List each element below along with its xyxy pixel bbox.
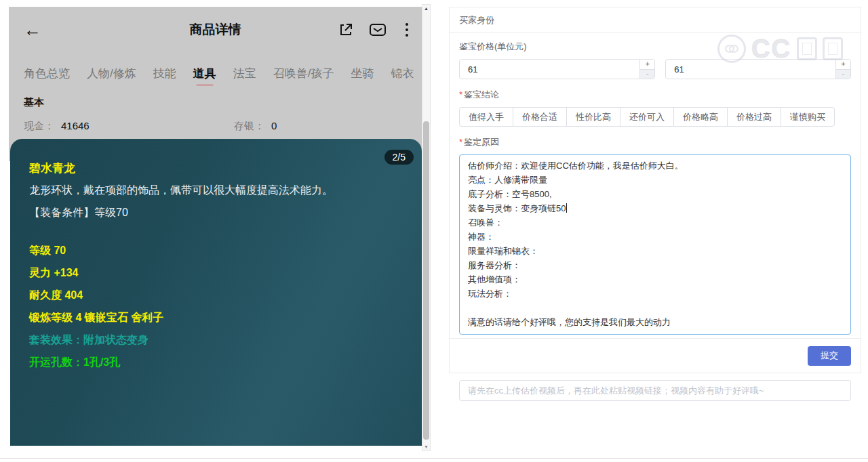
stat-luck-holes: 开运孔数：1孔/3孔 bbox=[29, 356, 395, 370]
scrollbar-up-icon[interactable]: ▲ bbox=[422, 6, 430, 11]
item-stats: 等级 70 灵力 +134 耐久度 404 锻炼等级 4 镶嵌宝石 舍利子 套装… bbox=[29, 244, 395, 370]
item-description: 龙形环状，戴在项部的饰品，佩带可以很大幅度提高法术能力。 bbox=[29, 184, 395, 198]
conclusion-good-value-button[interactable]: 性价比高 bbox=[566, 107, 620, 127]
price1-increase-button[interactable]: + bbox=[640, 60, 654, 70]
conclusion-slightly-high-button[interactable]: 价格略高 bbox=[673, 107, 728, 127]
conclusion-worth-buying-button[interactable]: 值得入手 bbox=[459, 107, 513, 127]
deposit-value: 0 bbox=[271, 120, 277, 133]
cash-value: 41646 bbox=[61, 120, 90, 133]
text-caret bbox=[566, 203, 567, 213]
reason-line bbox=[468, 301, 842, 315]
tab-treasure[interactable]: 法宝 bbox=[233, 66, 256, 81]
basic-section-title: 基本 bbox=[24, 96, 415, 109]
conclusion-button-group: 值得入手 价格合适 性价比高 还价可入 价格略高 价格过高 谨慎购买 bbox=[459, 107, 851, 127]
required-mark: * bbox=[459, 137, 462, 147]
product-detail-panel: ← 商品详情 角色总览 人物/修炼 技能 道具 法宝 召唤兽/孩子 坐骑 锦衣 … bbox=[9, 7, 422, 446]
reason-line: 神器： bbox=[468, 230, 842, 244]
reason-line: 服务器分析： bbox=[468, 258, 842, 272]
price2-increase-button[interactable]: + bbox=[836, 60, 850, 70]
item-detail-card: 2/5 碧水青龙 龙形环状，戴在项部的饰品，佩带可以很大幅度提高法术能力。 【装… bbox=[10, 139, 422, 446]
deposit-label: 存银： bbox=[234, 120, 264, 133]
tab-character-cultivation[interactable]: 人物/修炼 bbox=[87, 66, 136, 81]
reason-line: 召唤兽： bbox=[468, 215, 842, 230]
phone-header: ← 商品详情 bbox=[9, 15, 422, 45]
page-bottom-divider bbox=[0, 458, 868, 459]
scrollbar-down-icon[interactable]: ▼ bbox=[422, 444, 430, 449]
tab-items[interactable]: 道具 bbox=[193, 66, 216, 81]
reason-line: 估价师介绍：欢迎使用CC估价功能，我是估价师大白。 bbox=[468, 159, 842, 173]
required-mark: * bbox=[459, 89, 462, 100]
phone-scrollbar[interactable]: ▲ ▼ bbox=[422, 4, 431, 451]
price1-decrease-button[interactable]: - bbox=[640, 70, 654, 79]
price-label: 鉴宝价格(单位元) bbox=[459, 41, 851, 53]
stat-level: 等级 70 bbox=[29, 244, 395, 258]
reason-line: 其他增值项： bbox=[468, 272, 842, 287]
reason-line: 亮点：人修满带限量 bbox=[468, 173, 842, 187]
price2-decrease-button[interactable]: - bbox=[836, 70, 850, 79]
submit-button[interactable]: 提交 bbox=[808, 346, 851, 366]
video-link-input[interactable] bbox=[459, 380, 851, 401]
conclusion-bargain-ok-button[interactable]: 还价可入 bbox=[620, 107, 674, 127]
item-name: 碧水青龙 bbox=[29, 161, 395, 176]
reason-line: 装备与灵饰：变身项链50 bbox=[468, 201, 842, 215]
reason-line: 限量祥瑞和锦衣： bbox=[468, 244, 842, 258]
reason-line: 玩法分析： bbox=[468, 287, 842, 301]
item-equip-condition: 【装备条件】等级70 bbox=[29, 206, 395, 220]
stat-set-effect: 套装效果：附加状态变身 bbox=[29, 333, 395, 348]
stat-forge-gem: 锻炼等级 4 镶嵌宝石 舍利子 bbox=[29, 311, 395, 325]
stat-spirit: 灵力 +134 bbox=[29, 266, 395, 280]
tab-skills[interactable]: 技能 bbox=[153, 66, 176, 81]
price-field-2[interactable] bbox=[666, 60, 850, 79]
scrollbar-thumb[interactable] bbox=[423, 121, 429, 440]
conclusion-too-high-button[interactable]: 价格过高 bbox=[727, 107, 781, 127]
conclusion-buy-cautiously-button[interactable]: 谨慎购买 bbox=[781, 107, 835, 127]
conclusion-fair-price-button[interactable]: 价格合适 bbox=[513, 107, 567, 127]
reason-line: 底子分析：空号8500, bbox=[468, 187, 842, 201]
price-input-1: + - bbox=[459, 59, 655, 79]
price-input-2: + - bbox=[665, 59, 851, 79]
cash-label: 现金： bbox=[24, 120, 54, 133]
buyer-identity-header: 买家身份 bbox=[450, 7, 861, 33]
conclusion-label: *鉴宝结论 bbox=[459, 89, 851, 101]
reason-label: *鉴定原因 bbox=[459, 136, 851, 148]
tab-role-overview[interactable]: 角色总览 bbox=[24, 66, 70, 81]
basic-section: 基本 现金： 41646 存银： 0 bbox=[24, 96, 415, 133]
reason-line: 满意的话请给个好评哦，您的支持是我们最大的动力 bbox=[468, 315, 842, 329]
reason-textarea[interactable]: 估价师介绍：欢迎使用CC估价功能，我是估价师大白。 亮点：人修满带限量 底子分析… bbox=[459, 154, 851, 335]
category-tabs: 角色总览 人物/修炼 技能 道具 法宝 召唤兽/孩子 坐骑 锦衣 bbox=[9, 61, 422, 85]
form-footer: 提交 bbox=[450, 338, 861, 373]
tab-summon-child[interactable]: 召唤兽/孩子 bbox=[273, 66, 334, 81]
share-icon[interactable] bbox=[338, 22, 354, 38]
tab-costume[interactable]: 锦衣 bbox=[391, 66, 414, 81]
kebab-menu-icon[interactable] bbox=[401, 22, 412, 38]
tab-mount[interactable]: 坐骑 bbox=[351, 66, 374, 81]
appraisal-form-card: 买家身份 鉴宝价格(单位元) + - + - *鉴宝结论 值得入 bbox=[449, 7, 861, 373]
stat-durability: 耐久度 404 bbox=[29, 289, 395, 303]
price-field-1[interactable] bbox=[460, 60, 654, 79]
mail-icon[interactable] bbox=[369, 22, 387, 37]
price-input-row: + - + - bbox=[459, 59, 851, 79]
